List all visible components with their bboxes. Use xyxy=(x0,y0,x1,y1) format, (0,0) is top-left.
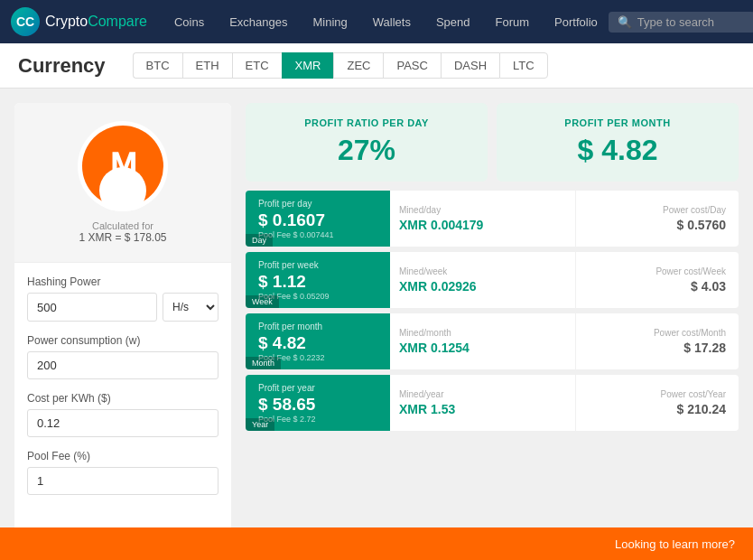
row-power-2: Power cost/Month $ 17.28 xyxy=(576,313,739,369)
profit-ratio-card: PROFIT RATIO PER DAY 27% xyxy=(246,103,488,182)
logo-icon: CC xyxy=(11,7,40,36)
row-power-3: Power cost/Year $ 210.24 xyxy=(576,375,739,431)
power-value-3: $ 210.24 xyxy=(589,402,726,416)
row-period-3: Profit per year $ 58.65 Pool Fee $ 2.72 … xyxy=(246,375,390,431)
hashing-power-row: H/s KH/s MH/s xyxy=(27,293,218,322)
profit-value-0: $ 0.1607 xyxy=(258,210,381,230)
calc-for-label: Calculated for xyxy=(92,220,153,231)
power-consumption-group: Power consumption (w) xyxy=(27,334,218,379)
mined-label-0: Mined/day xyxy=(399,205,566,215)
tab-eth[interactable]: ETH xyxy=(182,52,232,79)
page-header: Currency BTC ETH ETC XMR ZEC PASC DASH L… xyxy=(0,43,753,89)
hashing-power-input[interactable] xyxy=(27,293,157,322)
power-consumption-label: Power consumption (w) xyxy=(27,334,218,347)
row-power-0: Power cost/Day $ 0.5760 xyxy=(576,191,739,247)
main-content: Ɱ Calculated for 1 XMR = $ 178.05 Hashin… xyxy=(0,89,753,560)
row-period-0: Profit per day $ 0.1607 Pool Fee $ 0.007… xyxy=(246,191,390,247)
mined-value-2: XMR 0.1254 xyxy=(399,341,566,355)
navbar: CC CryptoCompare Coins Exchanges Mining … xyxy=(0,0,753,43)
monero-logo: Ɱ xyxy=(82,126,163,207)
nav-item-spend[interactable]: Spend xyxy=(425,10,481,34)
cost-per-kwh-group: Cost per KWh ($) xyxy=(27,392,218,437)
mined-value-3: XMR 1.53 xyxy=(399,402,566,416)
row-power-1: Power cost/Week $ 4.03 xyxy=(576,252,739,308)
power-label-2: Power cost/Month xyxy=(589,328,726,338)
calc-value: 1 XMR = $ 178.05 xyxy=(79,231,166,244)
nav-item-exchanges[interactable]: Exchanges xyxy=(218,10,298,34)
nav-item-portfolio[interactable]: Portfolio xyxy=(544,10,609,34)
row-mined-3: Mined/year XMR 1.53 xyxy=(390,375,576,431)
mined-value-1: XMR 0.02926 xyxy=(399,279,566,294)
fee-label-0: Pool Fee $ 0.007441 xyxy=(258,230,381,239)
search-icon: 🔍 xyxy=(618,15,632,29)
hashing-power-group: Hashing Power H/s KH/s MH/s xyxy=(27,275,218,322)
mined-label-3: Mined/year xyxy=(399,389,566,399)
nav-item-coins[interactable]: Coins xyxy=(163,10,215,34)
power-consumption-input[interactable] xyxy=(27,351,218,379)
right-panel: PROFIT RATIO PER DAY 27% PROFIT PER MONT… xyxy=(246,103,739,546)
profit-month-label: PROFIT PER MONTH xyxy=(515,117,720,128)
nav-item-wallets[interactable]: Wallets xyxy=(362,10,422,34)
hashing-unit-select[interactable]: H/s KH/s MH/s xyxy=(163,293,218,322)
mined-label-2: Mined/month xyxy=(399,328,566,338)
logo-text-crypto: Crypto xyxy=(45,14,88,30)
power-label-3: Power cost/Year xyxy=(589,389,726,399)
power-label-0: Power cost/Day xyxy=(589,205,726,215)
left-panel: Ɱ Calculated for 1 XMR = $ 178.05 Hashin… xyxy=(14,103,231,546)
row-period-1: Profit per week $ 1.12 Pool Fee $ 0.0520… xyxy=(246,252,390,308)
pool-fee-label: Pool Fee (%) xyxy=(27,450,218,462)
profit-ratio-value: 27% xyxy=(264,134,469,167)
profit-month-value: $ 4.82 xyxy=(515,134,720,167)
nav-item-mining[interactable]: Mining xyxy=(302,10,358,34)
power-value-0: $ 0.5760 xyxy=(589,218,726,232)
tab-ltc[interactable]: LTC xyxy=(499,52,548,79)
profit-label-0: Profit per day xyxy=(258,199,381,209)
row-mined-0: Mined/day XMR 0.004179 xyxy=(390,191,576,247)
tab-pasc[interactable]: PASC xyxy=(383,52,440,79)
pool-fee-input[interactable] xyxy=(27,467,218,495)
logo[interactable]: CC CryptoCompare xyxy=(11,7,147,36)
row-mined-2: Mined/month XMR 0.1254 xyxy=(390,313,576,369)
search-input[interactable] xyxy=(637,15,746,29)
table-row: Profit per month $ 4.82 Pool Fee $ 0.223… xyxy=(246,313,739,369)
hashing-power-label: Hashing Power xyxy=(27,275,218,288)
form-area: Hashing Power H/s KH/s MH/s Power consum… xyxy=(14,263,231,520)
tab-zec[interactable]: ZEC xyxy=(333,52,383,79)
logo-text-compare: Compare xyxy=(88,14,147,30)
profit-value-2: $ 4.82 xyxy=(258,333,381,353)
mined-label-1: Mined/week xyxy=(399,266,566,276)
profit-label-2: Profit per month xyxy=(258,322,381,331)
tag-badge-2: Month xyxy=(246,357,281,369)
mined-value-0: XMR 0.004179 xyxy=(399,218,566,232)
nav-items: Coins Exchanges Mining Wallets Spend For… xyxy=(163,10,609,34)
data-rows: Profit per day $ 0.1607 Pool Fee $ 0.007… xyxy=(246,191,739,431)
cost-per-kwh-input[interactable] xyxy=(27,409,218,437)
profit-label-3: Profit per year xyxy=(258,383,381,393)
tab-btc[interactable]: BTC xyxy=(133,52,182,79)
search-box: 🔍 xyxy=(609,12,753,33)
profit-value-3: $ 58.65 xyxy=(258,395,381,415)
table-row: Profit per year $ 58.65 Pool Fee $ 2.72 … xyxy=(246,375,739,431)
tab-etc[interactable]: ETC xyxy=(232,52,282,79)
profit-month-card: PROFIT PER MONTH $ 4.82 xyxy=(497,103,739,182)
row-period-2: Profit per month $ 4.82 Pool Fee $ 0.223… xyxy=(246,313,390,369)
tag-badge-3: Year xyxy=(246,418,274,431)
summary-cards: PROFIT RATIO PER DAY 27% PROFIT PER MONT… xyxy=(246,103,739,182)
coin-icon: Ɱ xyxy=(78,121,168,211)
tab-dash[interactable]: DASH xyxy=(441,52,499,79)
table-row: Profit per day $ 0.1607 Pool Fee $ 0.007… xyxy=(246,191,739,247)
page-title: Currency xyxy=(18,54,106,78)
tab-xmr[interactable]: XMR xyxy=(282,52,334,79)
power-value-2: $ 17.28 xyxy=(589,341,726,355)
nav-item-forum[interactable]: Forum xyxy=(485,10,541,34)
table-row: Profit per week $ 1.12 Pool Fee $ 0.0520… xyxy=(246,252,739,308)
power-label-1: Power cost/Week xyxy=(589,266,726,276)
profit-label-1: Profit per week xyxy=(258,260,381,270)
pool-fee-group: Pool Fee (%) xyxy=(27,450,218,495)
monero-m-symbol: Ɱ xyxy=(109,150,137,182)
tag-badge-1: Week xyxy=(246,295,279,308)
currency-tabs: BTC ETH ETC XMR ZEC PASC DASH LTC xyxy=(133,52,548,79)
bottom-banner: Looking to learn more? xyxy=(0,527,753,560)
profit-value-1: $ 1.12 xyxy=(258,272,381,292)
row-mined-1: Mined/week XMR 0.02926 xyxy=(390,252,576,308)
